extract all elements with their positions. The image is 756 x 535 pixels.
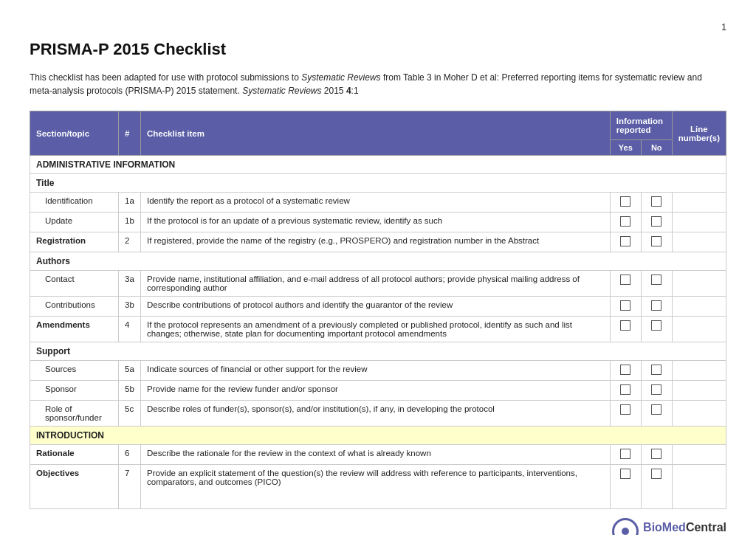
row-checklist: If the protocol represents an amendment … bbox=[141, 317, 611, 342]
row-section: Role of sponsor/funder bbox=[30, 401, 119, 427]
row-checklist: Indicate sources of financial or other s… bbox=[141, 361, 611, 381]
col-header-checklist: Checklist item bbox=[141, 111, 611, 156]
sub-heading-row: Support bbox=[30, 342, 726, 361]
row-no-checkbox[interactable] bbox=[641, 465, 672, 509]
row-yes-checkbox[interactable] bbox=[610, 232, 641, 252]
checkbox-no[interactable] bbox=[651, 320, 662, 331]
row-line-number bbox=[672, 465, 726, 509]
row-line-number bbox=[672, 213, 726, 232]
row-no-checkbox[interactable] bbox=[641, 317, 672, 342]
row-section: Sources bbox=[30, 361, 119, 381]
col-header-yes: Yes bbox=[610, 140, 641, 156]
table-row: Identification1aIdentify the report as a… bbox=[30, 193, 726, 213]
checkbox-yes[interactable] bbox=[620, 196, 630, 207]
biomed-logo: BioMedCentral The Open Access Publisher bbox=[612, 518, 726, 535]
biomed-second: Central bbox=[686, 521, 726, 534]
row-yes-checkbox[interactable] bbox=[610, 465, 641, 509]
sub-heading-row: Authors bbox=[30, 252, 726, 271]
table-row: Registration2If registered, provide the … bbox=[30, 232, 726, 252]
row-no-checkbox[interactable] bbox=[641, 361, 672, 381]
row-section: Rationale bbox=[30, 445, 119, 465]
row-yes-checkbox[interactable] bbox=[610, 445, 641, 465]
row-no-checkbox[interactable] bbox=[641, 193, 672, 213]
row-yes-checkbox[interactable] bbox=[610, 193, 641, 213]
col-header-section: Section/topic bbox=[30, 111, 119, 156]
footer: BioMedCentral The Open Access Publisher bbox=[30, 518, 726, 535]
row-section: Objectives bbox=[30, 465, 119, 509]
table-row: Update1bIf the protocol is for an update… bbox=[30, 213, 726, 232]
row-no-checkbox[interactable] bbox=[641, 381, 672, 401]
intro-paragraph: This checklist has been adapted for use … bbox=[30, 71, 726, 97]
row-num: 3a bbox=[119, 271, 141, 297]
checkbox-no[interactable] bbox=[651, 236, 662, 246]
checkbox-yes[interactable] bbox=[620, 300, 630, 311]
table-row: Contact3aProvide name, institutional aff… bbox=[30, 271, 726, 297]
row-checklist: Describe the rationale for the review in… bbox=[141, 445, 611, 465]
checkbox-yes[interactable] bbox=[620, 275, 630, 285]
checkbox-yes[interactable] bbox=[620, 384, 630, 395]
row-checklist: Describe contributions of protocol autho… bbox=[141, 297, 611, 317]
row-section: Contact bbox=[30, 271, 119, 297]
row-yes-checkbox[interactable] bbox=[610, 213, 641, 232]
checklist-table: Section/topic # Checklist item Informati… bbox=[30, 111, 726, 509]
row-line-number bbox=[672, 381, 726, 401]
table-row: Rationale6Describe the rationale for the… bbox=[30, 445, 726, 465]
intro-heading-row: INTRODUCTION bbox=[30, 427, 726, 445]
row-yes-checkbox[interactable] bbox=[610, 401, 641, 427]
table-row: Amendments4If the protocol represents an… bbox=[30, 317, 726, 342]
row-yes-checkbox[interactable] bbox=[610, 297, 641, 317]
checkbox-yes[interactable] bbox=[620, 469, 630, 479]
row-num: 1b bbox=[119, 213, 141, 232]
checkbox-no[interactable] bbox=[651, 384, 662, 395]
checkbox-no[interactable] bbox=[651, 300, 662, 311]
row-num: 5b bbox=[119, 381, 141, 401]
row-num: 7 bbox=[119, 465, 141, 509]
checkbox-yes[interactable] bbox=[620, 404, 630, 415]
row-no-checkbox[interactable] bbox=[641, 401, 672, 427]
row-yes-checkbox[interactable] bbox=[610, 271, 641, 297]
row-checklist: Describe roles of funder(s), sponsor(s),… bbox=[141, 401, 611, 427]
checkbox-no[interactable] bbox=[651, 216, 662, 227]
row-num: 6 bbox=[119, 445, 141, 465]
checkbox-no[interactable] bbox=[651, 275, 662, 285]
checkbox-no[interactable] bbox=[651, 365, 662, 375]
row-no-checkbox[interactable] bbox=[641, 271, 672, 297]
row-section: Sponsor bbox=[30, 381, 119, 401]
checkbox-yes[interactable] bbox=[620, 216, 630, 227]
checkbox-no[interactable] bbox=[651, 469, 662, 479]
checkbox-no[interactable] bbox=[651, 449, 662, 459]
row-line-number bbox=[672, 193, 726, 213]
row-no-checkbox[interactable] bbox=[641, 232, 672, 252]
biomed-text: BioMedCentral The Open Access Publisher bbox=[643, 520, 726, 535]
col-header-line: Line number(s) bbox=[672, 111, 726, 156]
row-line-number bbox=[672, 401, 726, 427]
checkbox-yes[interactable] bbox=[620, 365, 630, 375]
checkbox-yes[interactable] bbox=[620, 449, 630, 459]
row-line-number bbox=[672, 361, 726, 381]
table-row: Sources5aIndicate sources of financial o… bbox=[30, 361, 726, 381]
row-no-checkbox[interactable] bbox=[641, 445, 672, 465]
row-yes-checkbox[interactable] bbox=[610, 317, 641, 342]
col-header-info: Information reported bbox=[610, 111, 672, 140]
checkbox-no[interactable] bbox=[651, 196, 662, 207]
row-num: 1a bbox=[119, 193, 141, 213]
row-yes-checkbox[interactable] bbox=[610, 381, 641, 401]
row-num: 4 bbox=[119, 317, 141, 342]
row-yes-checkbox[interactable] bbox=[610, 361, 641, 381]
row-checklist: Provide name for the review funder and/o… bbox=[141, 381, 611, 401]
checkbox-yes[interactable] bbox=[620, 320, 630, 331]
row-line-number bbox=[672, 445, 726, 465]
row-no-checkbox[interactable] bbox=[641, 297, 672, 317]
row-line-number bbox=[672, 297, 726, 317]
row-no-checkbox[interactable] bbox=[641, 213, 672, 232]
admin-heading-row: ADMINISTRATIVE INFORMATION bbox=[30, 156, 726, 174]
row-line-number bbox=[672, 232, 726, 252]
row-section: Registration bbox=[30, 232, 119, 252]
checkbox-yes[interactable] bbox=[620, 236, 630, 246]
row-line-number bbox=[672, 317, 726, 342]
biomed-brand-name: BioMedCentral bbox=[643, 520, 726, 534]
biomed-first: BioMed bbox=[643, 521, 686, 534]
table-row: Contributions3bDescribe contributions of… bbox=[30, 297, 726, 317]
checkbox-no[interactable] bbox=[651, 404, 662, 415]
row-checklist: If registered, provide the name of the r… bbox=[141, 232, 611, 252]
